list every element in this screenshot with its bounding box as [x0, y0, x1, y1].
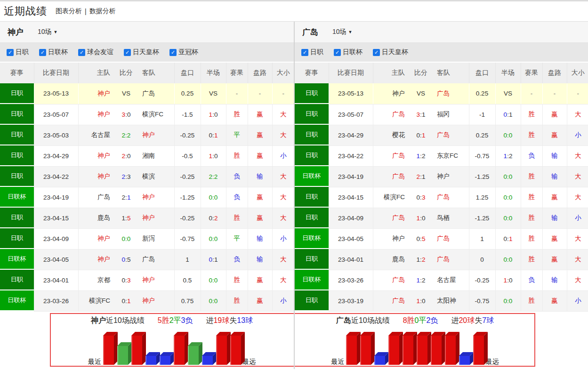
match-date: 23-04-19 [329, 166, 373, 187]
competition-filter[interactable]: ✓球会友谊 [78, 48, 113, 56]
match-date: 23-05-07 [329, 104, 373, 125]
result-value-text: 胜 [234, 297, 240, 304]
match-row: 日职23-03-19广岛1:0太阳神-0.750:0胜赢小 [295, 290, 588, 311]
competition-cell: 日职 [295, 104, 329, 125]
checked-checkbox-icon[interactable]: ✓ [373, 49, 380, 56]
competition-filter[interactable]: ✓日联杯 [39, 48, 68, 56]
checked-checkbox-icon[interactable]: ✓ [169, 49, 177, 56]
score: 2:3 [115, 173, 137, 180]
handicap-value: 0.25 [469, 125, 495, 145]
checked-checkbox-icon[interactable]: ✓ [124, 49, 131, 56]
match-date: 23-04-01 [329, 249, 373, 270]
home-team: 广岛 [376, 110, 411, 119]
teams-group: 神户0:0新泻 [79, 229, 174, 249]
teams-cell-wrap: 神户2:3横滨 [78, 166, 174, 187]
score-segment: 1 [417, 153, 420, 160]
halftime-segment: 0: [209, 215, 214, 222]
checked-checkbox-icon[interactable]: ✓ [7, 49, 14, 56]
over-under-value-text: - [282, 90, 285, 97]
teams-cell-wrap: 神户0:5广岛 [78, 249, 174, 270]
summary-text-group: 进19球失13球 [206, 316, 253, 326]
match-count-dropdown[interactable]: 10场 ▼ [38, 28, 58, 36]
over-under-value: 小 [272, 145, 294, 166]
handicap-result-value: 输 [248, 228, 272, 249]
competition-cell: 日职 [0, 125, 34, 145]
score-segment: :1 [420, 173, 425, 180]
handicap-result-value-text: 输 [551, 276, 558, 283]
competition-filter[interactable]: ✓日天皇杯 [373, 48, 408, 56]
handicap-value: -1.25 [469, 166, 495, 187]
teams-group: 神户2:0湘南 [79, 146, 174, 166]
handicap-value: 0.5 [174, 270, 201, 290]
halftime-segment: 0:0 [504, 215, 513, 222]
score-segment: 2: [122, 194, 127, 201]
checked-checkbox-icon[interactable]: ✓ [334, 49, 341, 56]
competition-filter[interactable]: ✓日职 [301, 48, 323, 56]
links-separator: | [85, 8, 87, 15]
handicap-result-value-text: 输 [551, 173, 558, 180]
halftime-segment: :0 [212, 153, 217, 160]
handicap-value: -0.25 [174, 125, 201, 145]
halftime-segment: 0: [209, 132, 214, 139]
chart-analysis-link[interactable]: 图表分析 [56, 7, 82, 16]
competition-badge: 日联杯 [0, 249, 34, 269]
handicap-result-value-text: 赢 [257, 214, 263, 221]
result-value-text: 负 [528, 152, 535, 159]
filter-label: 日联杯 [343, 48, 362, 56]
over-under-value: 小 [272, 228, 294, 249]
teams-cell-wrap: 樱花0:1广岛 [373, 125, 469, 145]
match-date: 23-04-22 [329, 145, 373, 166]
summary-segment: 近10场战绩 [351, 316, 390, 324]
result-bar-win [216, 336, 227, 365]
panel-home-team: 神户 10场 ▼ ✓日职✓日联杯✓球会友谊✓日天皇杯✓亚冠杯 赛事比赛日期主队比… [0, 22, 294, 369]
teams-group: 广岛1:0鸟栖 [373, 208, 469, 228]
result-bar-win [431, 336, 442, 365]
teams-group: 樱花0:1广岛 [373, 125, 469, 145]
halftime-score: 1:0 [201, 145, 226, 166]
result-bar-loss [160, 356, 170, 365]
match-row: 日职23-04-09神户0:0新泻-0.750:0平输小 [0, 228, 294, 249]
handicap-result-value-text: 赢 [551, 256, 558, 263]
away-team: 神户 [137, 193, 171, 201]
teams-cell-wrap: 广岛1:0鸟栖 [373, 208, 469, 228]
score-segment: VS [417, 90, 425, 97]
competition-filter[interactable]: ✓日联杯 [334, 48, 362, 56]
competition-badge: 日职 [0, 228, 34, 248]
match-row: 日联杯23-04-05神户0:5广岛10:1负输大 [0, 249, 294, 270]
handicap-result-value: 赢 [542, 125, 567, 145]
result-value-text: 平 [234, 235, 240, 242]
halftime-score: 0:1 [201, 125, 226, 145]
competition-badge: 日职 [295, 145, 329, 165]
col-over-under: 大小 [567, 63, 588, 83]
handicap-value: -0.25 [174, 208, 201, 228]
checked-checkbox-icon[interactable]: ✓ [301, 49, 308, 56]
away-team: 广岛 [137, 255, 171, 264]
teams-cell-wrap: 横滨FC0:3广岛 [373, 187, 469, 208]
teams-header-group: 主队比分客队 [79, 63, 174, 83]
match-date: 23-04-29 [329, 125, 373, 145]
col-handicap-result: 盘路 [542, 63, 567, 83]
competition-filter[interactable]: ✓日天皇杯 [124, 48, 159, 56]
match-count-dropdown[interactable]: 10场 ▼ [332, 28, 353, 36]
checked-checkbox-icon[interactable]: ✓ [39, 49, 46, 56]
halftime-segment: 1 [509, 235, 513, 242]
data-analysis-link[interactable]: 数据分析 [89, 7, 116, 16]
halftime-score: 1:0 [495, 270, 521, 290]
over-under-value: 大 [272, 166, 294, 187]
competition-filters: ✓日职✓日联杯✓日天皇杯 [295, 43, 588, 63]
home-team: 鹿岛 [81, 214, 116, 222]
halftime-segment: 0:0 [209, 194, 218, 201]
competition-filter[interactable]: ✓日职 [7, 48, 29, 56]
halftime-score: 0:0 [201, 270, 226, 290]
score-segment: :1 [420, 111, 425, 118]
competition-filter[interactable]: ✓亚冠杯 [169, 48, 198, 56]
score: 0:5 [410, 235, 432, 242]
checked-checkbox-icon[interactable]: ✓ [78, 49, 85, 56]
score-segment: :0 [125, 111, 130, 118]
match-row: 日职23-05-03名古屋2:2神户-0.250:1平赢大 [0, 125, 294, 145]
teams-cell-wrap: 鹿岛1:5神户 [78, 208, 174, 228]
halftime-score: 1:0 [201, 104, 226, 125]
summary-segment: 5胜 [158, 316, 169, 324]
away-team: 神户 [137, 131, 171, 139]
header-row: 赛事比赛日期主队比分客队盘口半场赛果盘路大小 [295, 63, 588, 83]
